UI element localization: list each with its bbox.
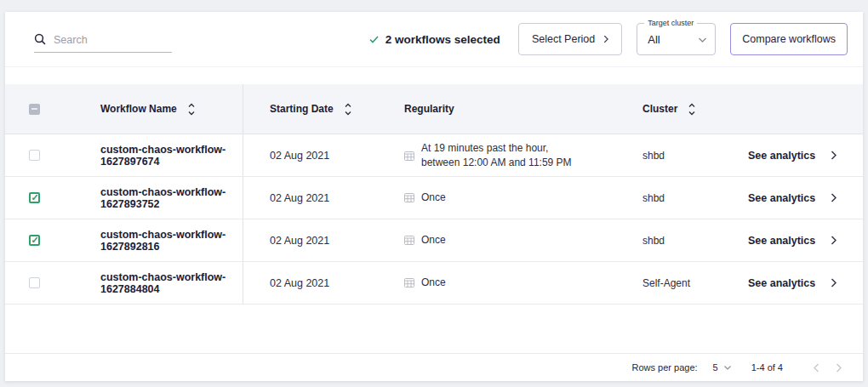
header-cluster: Cluster	[631, 103, 741, 116]
see-analytics-link[interactable]: See analytics	[748, 150, 837, 162]
search-icon	[34, 33, 46, 45]
cluster-name: shbd	[642, 150, 665, 162]
target-cluster-select[interactable]: Target cluster All	[637, 23, 716, 55]
table-header-row: Workflow Name Starting Date Reg	[5, 84, 863, 134]
starting-date: 02 Aug 2021	[270, 192, 329, 204]
starting-date: 02 Aug 2021	[270, 235, 329, 247]
chevron-right-icon	[836, 363, 842, 373]
selection-status: 2 workflows selected	[369, 33, 500, 46]
rows-per-page-value: 5	[713, 362, 718, 373]
chevron-right-icon	[831, 193, 837, 202]
sort-workflow-name[interactable]	[187, 103, 196, 116]
toolbar-table-gap	[5, 67, 863, 84]
chevron-right-icon	[603, 35, 608, 43]
row-checkbox[interactable]	[29, 192, 40, 203]
calendar-icon	[404, 192, 414, 202]
starting-date: 02 Aug 2021	[270, 150, 329, 162]
workflows-table-card: 2 workflows selected Select Period Targe…	[5, 12, 863, 381]
header-regularity: Regularity	[392, 103, 631, 115]
see-analytics-label: See analytics	[748, 192, 815, 204]
regularity-text: Once	[421, 233, 446, 248]
header-starting-date-label: Starting Date	[270, 103, 334, 115]
sort-cluster[interactable]	[688, 103, 696, 116]
selection-status-text: 2 workflows selected	[385, 33, 500, 46]
regularity-text: At 19 minutes past the hour, between 12:…	[421, 141, 581, 170]
header-cluster-label: Cluster	[642, 103, 677, 115]
search-field[interactable]	[34, 33, 172, 53]
see-analytics-link[interactable]: See analytics	[748, 192, 837, 204]
rows-per-page-label: Rows per page:	[632, 362, 698, 373]
table-row: custom-chaos-workflow-1627893752 02 Aug …	[5, 177, 863, 219]
see-analytics-link[interactable]: See analytics	[748, 277, 837, 289]
cluster-name: shbd	[642, 235, 665, 247]
sort-desc-icon	[688, 111, 696, 116]
header-workflow-name: Workflow Name	[53, 84, 243, 134]
toolbar-actions: 2 workflows selected Select Period Targe…	[369, 23, 848, 55]
calendar-icon	[404, 235, 414, 245]
search-input[interactable]	[54, 34, 156, 46]
cluster-name: Self-Agent	[642, 277, 690, 289]
target-cluster-value: All	[648, 33, 660, 46]
header-checkbox-cell	[5, 104, 53, 115]
calendar-icon	[404, 151, 414, 161]
starting-date: 02 Aug 2021	[270, 277, 329, 289]
workflow-name: custom-chaos-workflow-1627892816	[53, 229, 243, 253]
table-empty-space	[5, 304, 863, 353]
table-toolbar: 2 workflows selected Select Period Targe…	[5, 12, 863, 67]
chevron-right-icon	[831, 236, 837, 245]
chevron-down-icon	[724, 366, 731, 370]
table-row: custom-chaos-workflow-1627897674 02 Aug …	[5, 134, 863, 177]
row-checkbox[interactable]	[29, 277, 40, 288]
cluster-name: shbd	[642, 192, 665, 204]
header-regularity-label: Regularity	[404, 103, 454, 115]
table-row: custom-chaos-workflow-1627892816 02 Aug …	[5, 219, 863, 262]
workflow-comparison-page: 2 workflows selected Select Period Targe…	[0, 0, 868, 387]
check-icon	[369, 36, 379, 43]
row-checkbox[interactable]	[29, 150, 40, 161]
sort-asc-icon	[187, 103, 196, 107]
select-all-checkbox[interactable]	[29, 104, 40, 115]
table-pagination-footer: Rows per page: 5 1-4 of 4	[5, 353, 863, 381]
workflow-name: custom-chaos-workflow-1627893752	[53, 186, 243, 210]
sort-asc-icon	[344, 103, 352, 107]
chevron-left-icon	[814, 363, 819, 373]
previous-page-button[interactable]	[805, 363, 827, 373]
table-row: custom-chaos-workflow-1627884804 02 Aug …	[5, 262, 863, 304]
chevron-right-icon	[831, 151, 837, 160]
see-analytics-link[interactable]: See analytics	[748, 235, 837, 247]
regularity-text: Once	[421, 191, 446, 205]
compare-workflows-label: Compare workflows	[742, 33, 836, 45]
see-analytics-label: See analytics	[748, 235, 815, 247]
sort-desc-icon	[187, 111, 196, 116]
chevron-down-icon	[699, 37, 706, 43]
see-analytics-label: See analytics	[748, 277, 815, 289]
row-checkbox[interactable]	[29, 235, 40, 246]
workflow-name: custom-chaos-workflow-1627884804	[53, 271, 243, 295]
see-analytics-label: See analytics	[748, 150, 815, 162]
sort-starting-date[interactable]	[344, 103, 352, 116]
select-period-button[interactable]: Select Period	[518, 23, 622, 55]
calendar-icon	[404, 277, 414, 287]
header-workflow-name-label: Workflow Name	[100, 103, 177, 115]
compare-workflows-button[interactable]: Compare workflows	[730, 23, 848, 55]
sort-desc-icon	[344, 111, 352, 116]
rows-per-page-select[interactable]: 5	[713, 362, 731, 373]
sort-asc-icon	[688, 103, 696, 107]
header-starting-date: Starting Date	[243, 103, 392, 116]
pagination-range: 1-4 of 4	[751, 362, 783, 373]
select-period-label: Select Period	[532, 33, 595, 45]
regularity-text: Once	[421, 276, 446, 290]
target-cluster-label: Target cluster	[644, 19, 697, 27]
next-page-button[interactable]	[827, 363, 849, 373]
workflow-name: custom-chaos-workflow-1627897674	[53, 144, 243, 168]
chevron-right-icon	[831, 278, 837, 287]
